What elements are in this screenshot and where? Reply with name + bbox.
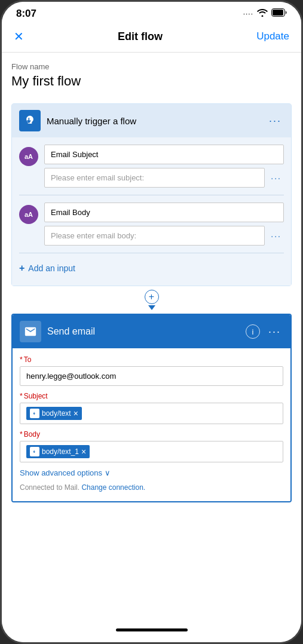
trigger-card: Manually trigger a flow ··· aA Email Sub… — [11, 103, 292, 286]
body-label: *Body — [20, 430, 283, 438]
email-subject-fields: Email Subject Please enter email subject… — [44, 145, 284, 188]
chevron-down-icon: ∨ — [105, 468, 111, 477]
connection-text: Connected to Mail. — [20, 483, 79, 492]
connector-arrow — [148, 305, 155, 310]
connector-plus-button[interactable]: + — [145, 290, 159, 304]
close-button[interactable]: ✕ — [14, 29, 24, 44]
svg-rect-1 — [273, 10, 283, 16]
action-header: Send email i ··· — [13, 315, 290, 348]
show-advanced-label: Show advanced options — [20, 468, 102, 477]
trigger-dots-button[interactable]: ··· — [267, 115, 284, 127]
avatar-2: aA — [19, 205, 38, 224]
status-bar: 8:07 ···· — [2, 2, 301, 23]
update-button[interactable]: Update — [256, 30, 289, 42]
body-text-icon — [32, 410, 38, 416]
subject-required-star: * — [20, 392, 23, 400]
email-body-placeholder[interactable]: Please enter email body: — [44, 226, 265, 246]
email-body-fields: Email Body Please enter email body: ··· — [44, 203, 284, 246]
action-icon-box — [20, 321, 41, 342]
connection-info: Connected to Mail. Change connection. — [20, 483, 283, 492]
trigger-header: Manually trigger a flow ··· — [12, 104, 291, 137]
body-chip-icon — [30, 447, 39, 456]
plus-icon: + — [19, 263, 25, 274]
subject-chip-icon — [30, 409, 39, 418]
trigger-title: Manually trigger a flow — [47, 116, 261, 126]
avatar-1: aA — [19, 147, 38, 166]
action-title: Send email — [47, 326, 240, 337]
to-label: *To — [20, 355, 283, 364]
signal-icon: ···· — [243, 10, 253, 18]
trigger-icon-box — [19, 110, 41, 131]
body-chip-close-button[interactable]: × — [81, 447, 86, 456]
subject-chip-close-button[interactable]: × — [74, 409, 78, 418]
subject-label: *Subject — [20, 392, 283, 400]
email-subject-dots-button[interactable]: ··· — [268, 173, 284, 183]
email-body-dots-button[interactable]: ··· — [268, 231, 284, 241]
wifi-icon — [257, 8, 268, 19]
show-advanced-button[interactable]: Show advanced options ∨ — [20, 468, 283, 477]
change-connection-button[interactable]: Change connection. — [81, 483, 145, 492]
divider-1 — [19, 195, 284, 195]
to-input[interactable]: henry.legge@outlook.com — [20, 366, 283, 386]
body-text-1-icon — [32, 449, 38, 455]
flow-name-section: Flow name My first flow — [11, 62, 292, 89]
email-subject-row: aA Email Subject Please enter email subj… — [19, 145, 284, 188]
page-title: Edit flow — [118, 30, 163, 43]
top-nav: ✕ Edit flow Update — [2, 23, 301, 53]
action-body: *To henry.legge@outlook.com *Subject bod — [13, 348, 290, 501]
divider-2 — [19, 253, 284, 253]
trigger-icon — [24, 115, 36, 127]
body-chip[interactable]: body/text_1 × — [26, 445, 90, 458]
email-icon — [24, 325, 37, 338]
subject-chip-text: body/text — [42, 409, 71, 418]
body-required-star: * — [20, 430, 23, 438]
to-required-star: * — [20, 355, 23, 364]
info-button[interactable]: i — [246, 324, 260, 339]
battery-icon — [271, 8, 287, 19]
flow-name-label: Flow name — [11, 62, 292, 71]
email-subject-label[interactable]: Email Subject — [44, 145, 284, 164]
body-tag-field[interactable]: body/text_1 × — [20, 441, 283, 462]
status-time: 8:07 — [16, 8, 36, 20]
body-chip-text: body/text_1 — [42, 447, 79, 456]
subject-tag-field[interactable]: body/text × — [20, 403, 283, 424]
flow-name-value: My first flow — [11, 73, 292, 89]
email-subject-placeholder[interactable]: Please enter email subject: — [44, 168, 265, 188]
phone-frame: 8:07 ···· ✕ Edit flow Update — [0, 0, 303, 644]
status-icons: ···· — [243, 8, 287, 19]
email-body-label[interactable]: Email Body — [44, 203, 284, 222]
add-input-button[interactable]: + Add an input — [19, 260, 284, 276]
connector: + — [11, 286, 292, 314]
home-bar — [2, 622, 301, 642]
content-area: Flow name My first flow Manually trigger… — [2, 53, 301, 622]
home-indicator — [116, 628, 188, 631]
email-body-placeholder-row: Please enter email body: ··· — [44, 226, 284, 246]
email-subject-placeholder-row: Please enter email subject: ··· — [44, 168, 284, 188]
email-body-row: aA Email Body Please enter email body: ·… — [19, 203, 284, 246]
action-dots-button[interactable]: ··· — [266, 326, 283, 338]
action-card: Send email i ··· *To henry.legge@outlook… — [11, 314, 292, 502]
trigger-body: aA Email Subject Please enter email subj… — [12, 137, 291, 286]
add-input-label: Add an input — [28, 263, 75, 273]
subject-chip[interactable]: body/text × — [26, 407, 82, 420]
